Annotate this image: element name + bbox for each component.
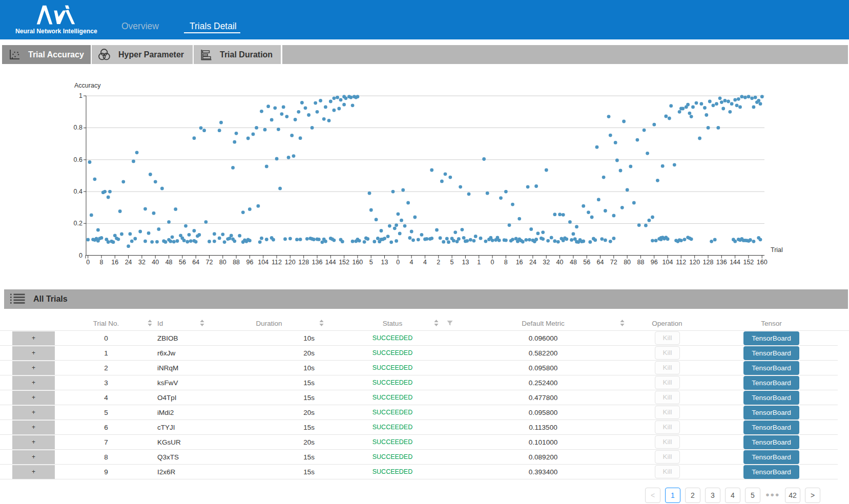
svg-text:56: 56 xyxy=(179,259,186,266)
svg-text:136: 136 xyxy=(716,259,727,266)
svg-text:64: 64 xyxy=(597,259,604,266)
svg-text:Trial: Trial xyxy=(771,246,783,254)
svg-text:120: 120 xyxy=(285,259,296,266)
svg-text:72: 72 xyxy=(206,259,213,266)
svg-text:144: 144 xyxy=(325,259,336,266)
svg-text:40: 40 xyxy=(152,259,159,266)
svg-text:160: 160 xyxy=(757,259,768,266)
svg-text:1: 1 xyxy=(477,259,481,266)
svg-text:4: 4 xyxy=(423,259,427,266)
svg-text:64: 64 xyxy=(192,259,199,266)
svg-text:48: 48 xyxy=(570,259,577,266)
svg-text:88: 88 xyxy=(233,259,240,266)
svg-text:13: 13 xyxy=(462,259,469,266)
svg-text:Accuracy: Accuracy xyxy=(74,82,101,89)
svg-text:104: 104 xyxy=(258,259,268,266)
svg-text:128: 128 xyxy=(703,259,714,266)
svg-text:56: 56 xyxy=(583,259,590,266)
svg-text:152: 152 xyxy=(339,259,349,266)
svg-text:72: 72 xyxy=(610,259,617,266)
svg-text:0.2: 0.2 xyxy=(74,220,82,227)
svg-text:16: 16 xyxy=(111,259,118,266)
svg-text:0: 0 xyxy=(491,259,494,266)
svg-text:0: 0 xyxy=(79,252,82,259)
svg-text:144: 144 xyxy=(730,259,740,266)
svg-text:24: 24 xyxy=(125,259,132,266)
svg-text:112: 112 xyxy=(272,259,282,266)
svg-text:120: 120 xyxy=(689,259,700,266)
svg-text:40: 40 xyxy=(556,259,564,266)
svg-text:5: 5 xyxy=(450,259,454,266)
svg-text:80: 80 xyxy=(219,259,226,266)
svg-text:8: 8 xyxy=(504,259,508,266)
svg-text:16: 16 xyxy=(516,259,523,266)
svg-text:32: 32 xyxy=(138,259,146,266)
svg-text:2: 2 xyxy=(437,259,440,266)
svg-text:24: 24 xyxy=(529,259,536,266)
svg-text:4: 4 xyxy=(410,259,413,266)
svg-text:32: 32 xyxy=(543,259,550,266)
svg-text:0: 0 xyxy=(86,259,90,266)
svg-text:96: 96 xyxy=(246,259,253,266)
svg-text:136: 136 xyxy=(312,259,323,266)
svg-text:152: 152 xyxy=(743,259,754,266)
svg-text:0: 0 xyxy=(396,259,400,266)
svg-text:160: 160 xyxy=(352,259,363,266)
svg-text:80: 80 xyxy=(624,259,631,266)
svg-text:8: 8 xyxy=(100,259,103,266)
svg-text:13: 13 xyxy=(381,259,388,266)
svg-text:96: 96 xyxy=(651,259,658,266)
svg-text:5: 5 xyxy=(369,259,373,266)
svg-text:0.4: 0.4 xyxy=(74,188,82,195)
svg-text:0.6: 0.6 xyxy=(74,156,82,163)
svg-text:128: 128 xyxy=(298,259,309,266)
svg-text:1: 1 xyxy=(79,92,82,99)
svg-text:112: 112 xyxy=(676,259,686,266)
svg-text:0.8: 0.8 xyxy=(74,124,82,131)
svg-text:48: 48 xyxy=(165,259,173,266)
svg-text:104: 104 xyxy=(662,259,673,266)
svg-text:88: 88 xyxy=(637,259,644,266)
